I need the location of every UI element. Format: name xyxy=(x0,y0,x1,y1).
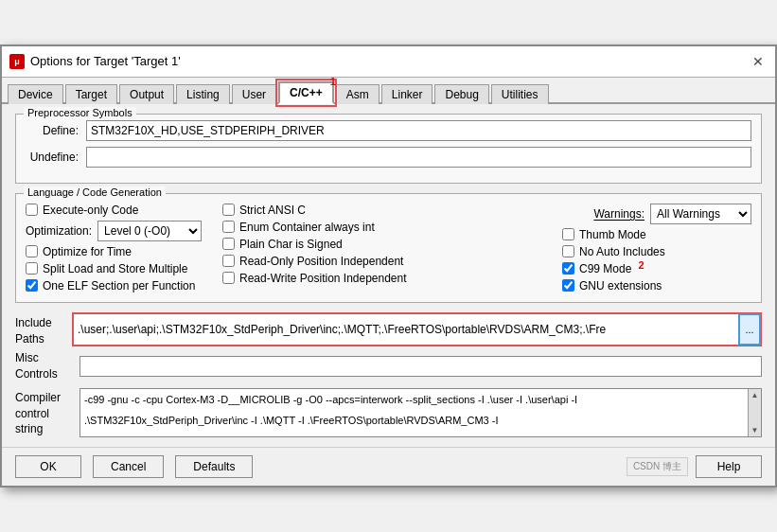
scroll-up-arrow[interactable]: ▲ xyxy=(750,389,761,401)
compiler-scrollbar[interactable]: ▲ ▼ xyxy=(748,389,761,436)
check-rw-position[interactable]: Read-Write Position Independent xyxy=(222,272,555,285)
define-label: Define: xyxy=(26,124,79,137)
check-plain-char[interactable]: Plain Char is Signed xyxy=(222,238,555,251)
dialog-window: μ Options for Target 'Target 1' ✕ Device… xyxy=(0,44,777,488)
title-bar: μ Options for Target 'Target 1' ✕ xyxy=(2,46,775,78)
undefine-row: Undefine: xyxy=(26,147,751,168)
title-bar-left: μ Options for Target 'Target 1' xyxy=(9,54,181,69)
compiler-row: Compilercontrolstring -c99 -gnu -c -cpu … xyxy=(15,388,762,437)
optimization-select[interactable]: Level 0 (-O0) xyxy=(97,221,202,241)
tab-debug[interactable]: Debug xyxy=(434,84,488,104)
language-group-label: Language / Code Generation xyxy=(24,186,166,198)
check-c99[interactable]: C99 Mode 2 xyxy=(562,262,751,275)
tab-listing[interactable]: Listing xyxy=(176,84,230,104)
tab-linker[interactable]: Linker xyxy=(381,84,433,104)
ok-button[interactable]: OK xyxy=(15,455,81,478)
include-section: IncludePaths ... MiscControls xyxy=(15,312,762,382)
warnings-label: Warnings: xyxy=(593,207,645,221)
tab-output[interactable]: Output xyxy=(119,84,174,104)
tabs-bar: Device Target Output Listing User C/C++ … xyxy=(2,78,775,104)
check-enum-container[interactable]: Enum Container always int xyxy=(222,221,555,234)
include-input-wrap: ... xyxy=(72,312,762,347)
include-row: IncludePaths ... xyxy=(15,312,762,347)
compiler-line-1: -c99 -gnu -c -cpu Cortex-M3 -D__MICROLIB… xyxy=(80,389,748,411)
check-gnu[interactable]: GNU extensions xyxy=(562,279,751,293)
tab-utilities[interactable]: Utilities xyxy=(491,84,549,104)
bottom-right: CSDN 博主 Help xyxy=(627,455,762,478)
check-one-elf[interactable]: One ELF Section per Function xyxy=(26,279,215,293)
main-content: Preprocessor Symbols Define: Undefine: L… xyxy=(2,104,775,448)
bottom-left: OK Cancel Defaults xyxy=(15,455,253,478)
undefine-label: Undefine: xyxy=(26,151,79,164)
misc-label: MiscControls xyxy=(15,350,72,382)
undefine-input[interactable] xyxy=(86,147,751,168)
include-label: IncludePaths xyxy=(15,312,72,347)
badge-2: 2 xyxy=(638,259,644,271)
define-row: Define: xyxy=(26,120,751,141)
compiler-line-2: .\STM32F10x_StdPeriph_Driver\inc -I .\MQ… xyxy=(80,410,748,432)
csdn-badge: CSDN 博主 xyxy=(627,457,688,476)
compiler-label: Compilercontrolstring xyxy=(15,388,72,437)
check-optimize-time[interactable]: Optimize for Time xyxy=(26,245,215,258)
app-icon: μ xyxy=(9,54,25,69)
compiler-line-3: .\FreeRTOS\include -I .\LVGL -I .\LVGL\a… xyxy=(80,432,748,437)
warnings-row: Warnings: All Warnings No Warnings MISRA… xyxy=(562,204,751,224)
browse-button[interactable]: ... xyxy=(739,314,760,346)
check-thumb[interactable]: Thumb Mode xyxy=(562,228,751,241)
compiler-section: Compilercontrolstring -c99 -gnu -c -cpu … xyxy=(15,388,762,437)
compiler-text-wrap: -c99 -gnu -c -cpu Cortex-M3 -D__MICROLIB… xyxy=(79,388,762,437)
define-input[interactable] xyxy=(86,120,751,141)
bottom-bar: OK Cancel Defaults CSDN 博主 Help xyxy=(2,447,775,486)
help-button[interactable]: Help xyxy=(696,455,762,478)
dialog-title: Options for Target 'Target 1' xyxy=(30,54,181,68)
tab-user[interactable]: User xyxy=(232,84,276,104)
optimization-row: Optimization: Level 0 (-O0) xyxy=(26,221,215,241)
check-split-load[interactable]: Split Load and Store Multiple xyxy=(26,262,215,275)
tab-number: 1 xyxy=(330,76,336,87)
misc-row: MiscControls xyxy=(15,350,762,382)
preprocessor-group-label: Preprocessor Symbols xyxy=(24,107,136,118)
language-group: Language / Code Generation Execute-only … xyxy=(15,193,762,303)
tab-cpp[interactable]: C/C++ 1 xyxy=(278,81,334,104)
tab-asm[interactable]: Asm xyxy=(336,84,380,104)
check-no-auto[interactable]: No Auto Includes xyxy=(562,245,751,258)
check-ro-position[interactable]: Read-Only Position Independent xyxy=(222,255,555,268)
check-execute-only[interactable]: Execute-only Code xyxy=(26,204,215,217)
close-button[interactable]: ✕ xyxy=(749,52,768,71)
misc-input[interactable] xyxy=(79,356,762,377)
tab-device[interactable]: Device xyxy=(8,84,63,104)
warnings-select[interactable]: All Warnings No Warnings MISRA C 2004 MI… xyxy=(650,204,751,224)
tab-target[interactable]: Target xyxy=(65,84,117,104)
include-input[interactable] xyxy=(74,321,739,338)
preprocessor-group: Preprocessor Symbols Define: Undefine: xyxy=(15,114,762,184)
scroll-down-arrow[interactable]: ▼ xyxy=(750,424,761,436)
cancel-button[interactable]: Cancel xyxy=(93,455,164,478)
defaults-button[interactable]: Defaults xyxy=(175,455,253,478)
check-strict-ansi[interactable]: Strict ANSI C xyxy=(222,204,555,217)
